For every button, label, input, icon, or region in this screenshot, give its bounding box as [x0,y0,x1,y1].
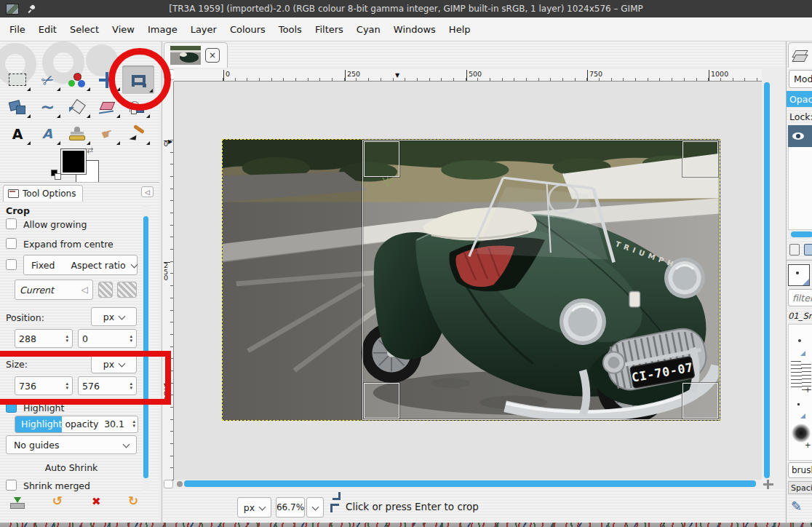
menu-filters[interactable]: Filters [309,21,350,38]
crop-handle-top-left[interactable] [364,141,399,177]
swap-colours-icon[interactable]: ⇄ [87,146,93,155]
tool-rectangle-select[interactable] [3,67,32,92]
tool-measure[interactable]: A [33,121,62,146]
zoom-level-input[interactable]: 66.7% [276,497,305,518]
layers-horizontal-scrollbar-thumb[interactable] [791,231,812,237]
canvas-horizontal-scrollbar[interactable] [174,480,762,488]
tool-scissors-select[interactable]: ✂ [33,67,62,92]
spinner-arrows-icon[interactable]: ▴▾ [65,334,68,343]
spinner-arrows-icon[interactable]: ▴▾ [132,419,135,428]
quick-mask-toggle[interactable] [164,480,173,488]
foreground-colour-swatch[interactable] [61,149,86,174]
menu-layer[interactable]: Layer [184,21,223,38]
menu-colours[interactable]: Colours [223,21,272,38]
aspect-ratio-input[interactable]: Current ◁ [15,280,93,300]
crop-selection[interactable] [362,140,720,420]
layer-list[interactable] [788,147,812,230]
dock-menu-button[interactable]: ◁ [141,186,154,197]
tool-crop[interactable] [122,66,154,94]
spinner-arrows-icon[interactable]: ▴▾ [130,381,132,390]
image-tab[interactable]: × [164,42,228,68]
tool-paths[interactable] [122,94,151,119]
landscape-orientation-button[interactable] [117,282,137,298]
brushes-tab[interactable] [788,264,810,286]
layer-opacity-slider[interactable]: Opacit [787,91,812,107]
position-unit-dropdown[interactable]: px [91,307,137,326]
menu-cyan[interactable]: Cyan [350,21,387,38]
layer-row[interactable] [788,125,812,147]
tool-warp-transform[interactable]: ∼ [33,94,62,119]
statusbar-unit-dropdown[interactable]: px [237,497,271,518]
pencil-icon[interactable]: ✎ [791,499,802,514]
spacing-slider[interactable]: Spacin [788,481,812,494]
guides-dropdown[interactable]: No guides [6,435,137,454]
layers-tab[interactable] [788,42,812,68]
menu-tools[interactable]: Tools [272,21,309,38]
tool-paintbrush[interactable] [122,121,151,146]
tool-eraser[interactable] [92,94,122,119]
tool-unified-transform[interactable] [3,94,32,119]
tool-move[interactable] [92,67,122,92]
title-bar[interactable]: [TR3A 1959] (imported)-2.0 (RGB colour 8… [0,0,812,17]
brush-preview-dot[interactable] [798,339,801,342]
canvas-menu-button[interactable]: ▷ [164,69,175,80]
canvas-viewport[interactable]: TRIUMPH [174,82,762,480]
menu-view[interactable]: View [106,21,141,38]
shrink-merged-checkbox[interactable] [6,480,17,491]
tool-options-scrollbar[interactable] [143,206,149,491]
canvas-vertical-scrollbar-thumb[interactable] [764,82,770,478]
delete-tool-preset-button[interactable]: ✖ [92,495,101,508]
menu-windows[interactable]: Windows [387,21,442,38]
tool-options-tab[interactable]: Tool Options [3,185,83,202]
brushes-label-box: brush [788,462,812,478]
crop-handle-bottom-left[interactable] [364,383,399,419]
crop-handle-top-right[interactable] [682,141,718,177]
portrait-orientation-button[interactable] [98,282,113,298]
layer-mode-dropdown[interactable]: Mode [789,70,812,88]
restore-tool-preset-button[interactable]: ↺ [52,494,63,508]
auto-shrink-button[interactable]: Auto Shrink [6,459,137,477]
brush-filter-input[interactable]: filter [788,289,812,306]
allow-growing-checkbox[interactable] [6,218,17,229]
brush-preview-small-dot[interactable] [797,403,800,405]
close-tab-icon[interactable]: × [205,48,220,63]
layers-horizontal-scrollbar[interactable] [788,231,812,238]
spinner-arrows-icon[interactable]: ▴▾ [65,381,68,390]
tool-bucket-fill[interactable] [63,94,92,119]
canvas-horizontal-scrollbar-thumb[interactable] [184,480,756,487]
spinner-arrows-icon[interactable]: ▴▾ [130,334,132,343]
tool-smudge[interactable]: ☛ [92,121,122,146]
tool-options-scrollbar-thumb[interactable] [143,216,148,478]
brush-list[interactable]: + + [788,324,812,461]
size-unit-dropdown[interactable]: px [91,354,137,373]
position-y-spinner[interactable]: 0 ▴▾ [78,329,137,348]
layer-visibility-eye-icon[interactable] [792,132,804,140]
highlight-opacity-slider[interactable]: Highlight opacity Highlight opacity 30.1… [15,416,138,433]
size-width-spinner[interactable]: 736 ▴▾ [15,376,73,395]
expand-from-centre-checkbox[interactable] [6,238,17,249]
position-x-spinner[interactable]: 288 ▴▾ [15,329,73,348]
fixed-mode-dropdown[interactable]: Fixed Aspect ratio [23,255,138,275]
menu-edit[interactable]: Edit [32,21,63,38]
canvas-vertical-scrollbar[interactable] [763,82,771,480]
save-tool-preset-button[interactable] [10,497,25,509]
reset-tool-options-button[interactable]: ↻ [128,494,138,508]
fixed-checkbox[interactable] [6,259,17,270]
menu-file[interactable]: File [3,21,32,38]
menu-select[interactable]: Select [63,21,106,38]
tool-select-by-colour[interactable] [63,67,92,92]
vertical-ruler[interactable]: 0 250 500 ▶ [162,82,174,480]
brush-preview-soft[interactable] [792,424,811,443]
menu-image[interactable]: Image [141,21,184,38]
zoom-dropdown-button[interactable] [306,497,324,518]
raise-layer-icon[interactable] [804,244,812,255]
navigation-button[interactable] [763,480,773,489]
menu-help[interactable]: Help [442,21,477,38]
horizontal-ruler[interactable]: 0 250 500 750 1000 ▼ [174,69,762,82]
size-height-spinner[interactable]: 576 ▴▾ [78,376,137,395]
crop-handle-bottom-right[interactable] [682,383,718,419]
tool-text[interactable]: A [3,121,32,146]
tool-clone[interactable] [63,121,92,146]
highlight-checkbox[interactable] [6,402,17,413]
new-layer-icon[interactable] [789,244,800,255]
